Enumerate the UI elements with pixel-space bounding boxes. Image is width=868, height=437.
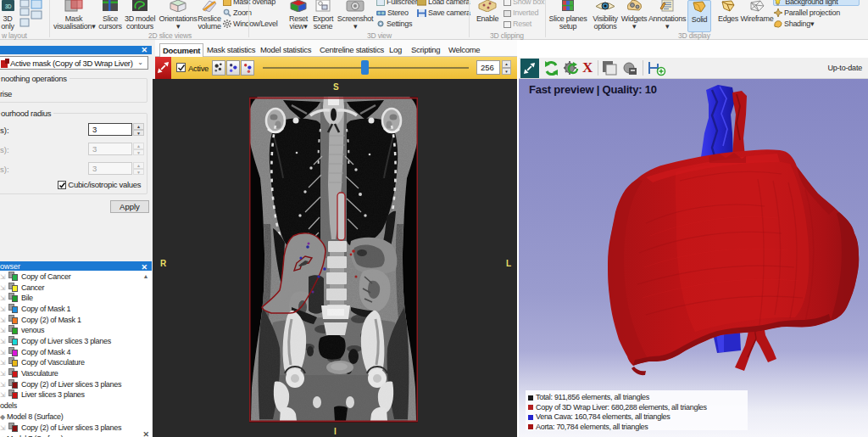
svg-text:3D: 3D	[4, 3, 11, 9]
